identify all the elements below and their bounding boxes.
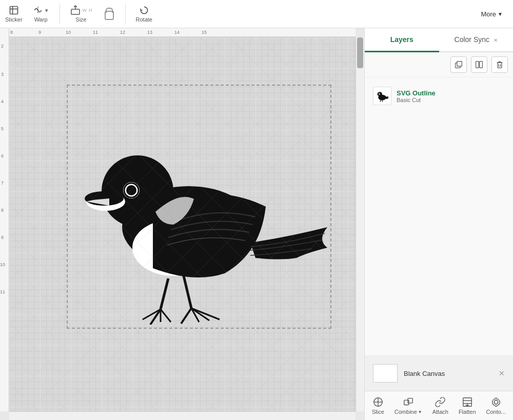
attach-button[interactable]: Attach: [429, 394, 451, 417]
svg-line-26: [191, 308, 209, 321]
action-bar: Slice Combine ▼: [365, 391, 513, 420]
svg-point-10: [85, 191, 124, 206]
panel-icon-group[interactable]: [450, 56, 467, 73]
lock-button[interactable]: [105, 10, 113, 18]
svg-marker-12: [86, 195, 109, 201]
svg-rect-31: [480, 62, 483, 68]
warp-tool[interactable]: ▼ Warp: [33, 5, 49, 23]
layer-info: SVG Outline Basic Cut: [397, 89, 505, 103]
vertical-scrollbar[interactable]: [356, 37, 364, 411]
size-tool[interactable]: W H Size: [70, 5, 92, 23]
panel-icon-delete[interactable]: [491, 56, 508, 73]
tab-color-sync[interactable]: Color Sync ✕: [439, 28, 514, 52]
main-area: 8 9 10 11 12 13 14 15 2 3 4 5 6 7 8 9 10…: [0, 28, 513, 420]
slice-button[interactable]: Slice: [369, 394, 387, 417]
svg-rect-0: [10, 7, 17, 14]
ruler-horizontal: 8 9 10 11 12 13 14 15: [0, 28, 356, 37]
svg-line-24: [181, 308, 191, 324]
bird-svg-group: [85, 155, 327, 325]
combine-chevron-icon: ▼: [418, 410, 422, 414]
layer-list: SVG Outline Basic Cut: [365, 77, 513, 355]
sticker-tool[interactable]: Sticker: [5, 5, 23, 23]
svg-rect-32: [498, 63, 502, 68]
blank-canvas-close-icon[interactable]: ✕: [499, 369, 505, 377]
svg-point-16: [132, 219, 214, 276]
toolbar-separator-2: [125, 4, 126, 24]
blank-canvas-section: Blank Canvas ✕: [365, 355, 513, 391]
svg-line-18: [161, 278, 168, 309]
svg-point-14: [126, 185, 136, 195]
svg-line-20: [143, 309, 161, 319]
rotate-tool[interactable]: Rotate: [136, 5, 152, 23]
tab-layers[interactable]: Layers: [365, 28, 439, 52]
svg-point-8: [102, 155, 173, 227]
svg-point-9: [86, 192, 125, 211]
svg-line-25: [191, 308, 199, 322]
svg-line-22: [161, 309, 171, 322]
panel-toolbar: [365, 52, 513, 77]
scrollbar-thumb-v[interactable]: [357, 37, 363, 68]
svg-point-13: [123, 182, 140, 198]
svg-rect-29: [457, 62, 462, 67]
right-panel: Layers Color Sync ✕: [364, 28, 513, 420]
svg-point-17: [145, 217, 212, 263]
bird-image[interactable]: [71, 89, 327, 325]
svg-point-39: [379, 93, 380, 94]
selection-outline: [67, 85, 331, 329]
layer-thumbnail: [373, 87, 391, 105]
combine-button-group[interactable]: Combine ▼: [391, 394, 425, 417]
tab-close-icon[interactable]: ✕: [494, 37, 498, 43]
chevron-down-icon: ▼: [498, 11, 503, 17]
panel-tabs: Layers Color Sync ✕: [365, 28, 513, 52]
svg-rect-30: [476, 62, 479, 68]
more-button[interactable]: More ▼: [481, 10, 503, 18]
horizontal-scrollbar[interactable]: [9, 411, 356, 420]
svg-rect-4: [71, 9, 80, 14]
svg-line-23: [184, 276, 191, 308]
contour-button[interactable]: Conto...: [483, 394, 509, 417]
toolbar-separator-1: [60, 4, 60, 24]
svg-point-15: [124, 183, 139, 197]
canvas-grid: [9, 37, 356, 411]
ruler-vertical: 2 3 4 5 6 7 8 9 10 11: [0, 28, 9, 411]
layer-item[interactable]: SVG Outline Basic Cut: [370, 83, 508, 109]
panel-icon-arrange[interactable]: [471, 56, 487, 73]
svg-line-19: [150, 309, 161, 325]
svg-point-7: [122, 186, 255, 268]
blank-canvas-item[interactable]: Blank Canvas ✕: [370, 361, 508, 386]
svg-line-27: [191, 308, 220, 319]
canvas-area[interactable]: 8 9 10 11 12 13 14 15 2 3 4 5 6 7 8 9 10…: [0, 28, 364, 420]
toolbar: Sticker ▼ Warp W H Size: [0, 0, 513, 28]
combine-button[interactable]: Combine ▼: [391, 394, 425, 417]
svg-line-40: [380, 100, 381, 102]
flatten-button[interactable]: Flatten: [456, 394, 479, 417]
blank-canvas-thumbnail: [373, 364, 398, 383]
svg-marker-11: [86, 196, 109, 206]
